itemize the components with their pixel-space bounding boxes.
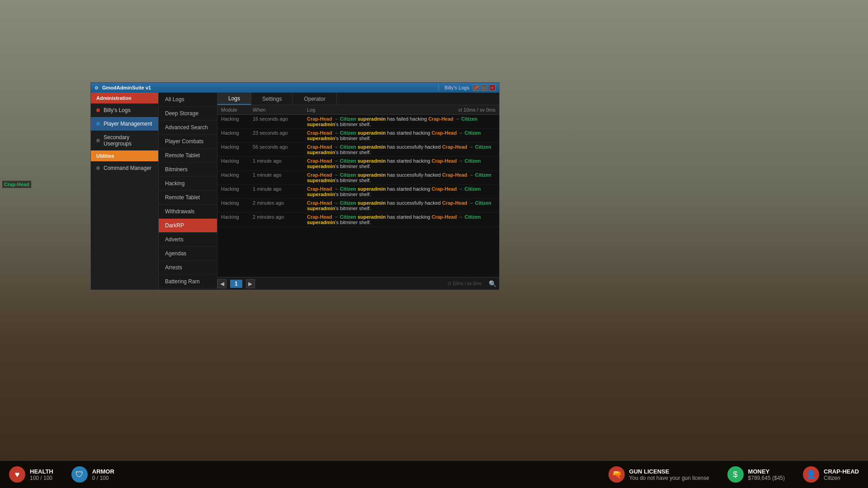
log-module: Hacking (221, 172, 253, 183)
log-when: 23 seconds ago (253, 130, 307, 141)
sidebar-dot-player-management (96, 122, 100, 126)
hud-health: ♥ HEALTH 100 / 100 (9, 466, 53, 483)
log-text: Crap-Head → Citizen superadmin has start… (307, 158, 495, 169)
window-controls: 📌 □ × (473, 84, 495, 91)
log-when: 2 minutes ago (253, 200, 307, 211)
table-row: Hacking 23 seconds ago Crap-Head → Citiz… (217, 129, 499, 143)
window-app-icon: ⚙ (94, 85, 99, 90)
log-cat-deep-storage[interactable]: Deep Storage (159, 107, 217, 121)
sidebar-dot-secondary-usergroups (96, 139, 100, 142)
log-cat-agendas[interactable]: Agendas (159, 247, 217, 261)
log-timer: cl 10ms / sv 0ms (448, 281, 481, 286)
col-log: Log (307, 107, 441, 113)
log-categories-panel: All Logs Deep Storage Advanced Search Pl… (159, 93, 217, 290)
player-role: Citizen (824, 475, 859, 481)
log-cat-bitminers[interactable]: Bitminers (159, 163, 217, 177)
gun-license-icon: 🔫 (609, 466, 625, 483)
health-value: 100 / 100 (30, 475, 53, 481)
log-cat-withdrawals[interactable]: Withdrawals (159, 205, 217, 219)
logs-panel: Logs Settings Operator Module When Log c… (217, 93, 499, 290)
hud-money: $ MONEY $789,645 ($45) (727, 466, 785, 483)
sidebar-label-secondary-usergroups: Secondary Usergroups (104, 134, 153, 147)
logs-tabs: Logs Settings Operator (217, 93, 499, 105)
log-when: 1 minute ago (253, 158, 307, 169)
log-cat-advanced-search[interactable]: Advanced Search (159, 121, 217, 135)
log-module: Hacking (221, 200, 253, 211)
sidebar-label-command-manager: Command Manager (104, 165, 151, 171)
sidebar-label-billys-logs: Billy's Logs (104, 107, 131, 113)
log-cat-player-combats[interactable]: Player Combats (159, 135, 217, 149)
log-cat-adverts[interactable]: Adverts (159, 233, 217, 247)
armor-value: 0 / 100 (92, 475, 114, 481)
player-label: CRAP-HEAD (824, 468, 859, 475)
col-module: Module (221, 107, 253, 113)
log-cat-darkrp[interactable]: DarkRP (159, 219, 217, 233)
health-label: HEALTH (30, 468, 53, 475)
sidebar-section-utilities: Utilities (91, 150, 158, 161)
admin-window: ⚙ GmodAdminSuite v1 Billy's Logs 📌 □ × A… (90, 82, 500, 290)
sidebar-item-command-manager[interactable]: Command Manager (91, 161, 158, 175)
log-cat-remote-tablet2[interactable]: Remote Tablet (159, 191, 217, 205)
sidebar-item-player-management[interactable]: Player Management (91, 117, 158, 131)
sidebar-section-administration: Administration (91, 93, 158, 103)
hud-player: 👤 CRAP-HEAD Citizen (803, 466, 859, 483)
log-text: Crap-Head → Citizen superadmin has start… (307, 130, 495, 141)
window-page-title: Billy's Logs (444, 85, 469, 90)
money-value: $789,645 ($45) (748, 475, 785, 481)
health-icon: ♥ (9, 466, 25, 483)
window-body: Administration Billy's Logs Player Manag… (91, 93, 499, 290)
log-cat-all-logs[interactable]: All Logs (159, 93, 217, 107)
sidebar-item-billys-logs[interactable]: Billy's Logs (91, 103, 158, 117)
log-cat-hacking[interactable]: Hacking (159, 177, 217, 191)
armor-icon: 🛡 (71, 466, 88, 483)
sidebar-dot-billys-logs (96, 108, 100, 112)
sidebar-label-player-management: Player Management (104, 121, 152, 127)
log-cat-arrests[interactable]: Arrests (159, 261, 217, 275)
log-module: Hacking (221, 186, 253, 197)
log-text: Crap-Head → Citizen superadmin has faile… (307, 116, 495, 127)
log-module: Hacking (221, 158, 253, 169)
tab-logs[interactable]: Logs (217, 93, 251, 105)
hud-bar: ♥ HEALTH 100 / 100 🛡 ARMOR 0 / 100 🔫 GUN… (0, 461, 868, 488)
game-player-label: Crap-Head (2, 181, 31, 188)
player-icon: 👤 (803, 466, 819, 483)
log-when: 1 minute ago (253, 186, 307, 197)
table-row: Hacking 1 minute ago Crap-Head → Citizen… (217, 157, 499, 171)
log-when: 16 seconds ago (253, 116, 307, 127)
log-module: Hacking (221, 214, 253, 225)
log-module: Hacking (221, 116, 253, 127)
table-row: Hacking 2 minutes ago Crap-Head → Citize… (217, 213, 499, 227)
log-text: Crap-Head → Citizen superadmin has succe… (307, 172, 495, 183)
table-row: Hacking 16 seconds ago Crap-Head → Citiz… (217, 115, 499, 129)
tab-settings[interactable]: Settings (251, 93, 293, 105)
log-cat-remote-tablet[interactable]: Remote Tablet (159, 149, 217, 163)
current-page: 1 (230, 280, 242, 288)
sidebar-dot-command-manager (96, 166, 100, 170)
close-button[interactable]: × (489, 84, 495, 91)
hud-gun-license: 🔫 GUN LICENSE You do not have your gun l… (609, 466, 709, 483)
log-when: 1 minute ago (253, 172, 307, 183)
maximize-button[interactable]: □ (481, 84, 487, 91)
window-app-title: GmodAdminSuite v1 (102, 85, 433, 90)
log-module: Hacking (221, 144, 253, 155)
money-icon: $ (727, 466, 744, 483)
sidebar-item-secondary-usergroups[interactable]: Secondary Usergroups (91, 131, 158, 150)
gun-license-label: GUN LICENSE (629, 468, 709, 475)
log-table-header: Module When Log cl 10ms / sv 0ms (217, 105, 499, 115)
log-text: Crap-Head → Citizen superadmin has succe… (307, 144, 495, 155)
search-magnify-icon[interactable]: 🔍 (489, 280, 496, 287)
log-cat-cheques[interactable]: Cheques (159, 289, 217, 290)
col-when: When (253, 107, 307, 113)
prev-page-button[interactable]: ◀ (217, 279, 226, 288)
col-timer: cl 10ms / sv 0ms (441, 107, 495, 113)
tab-operator[interactable]: Operator (293, 93, 336, 105)
window-titlebar: ⚙ GmodAdminSuite v1 Billy's Logs 📌 □ × (91, 83, 499, 93)
table-row: Hacking 1 minute ago Crap-Head → Citizen… (217, 171, 499, 185)
gun-license-note: You do not have your gun license (629, 475, 709, 481)
armor-label: ARMOR (92, 468, 114, 475)
next-page-button[interactable]: ▶ (246, 279, 255, 288)
money-label: MONEY (748, 468, 785, 475)
log-cat-battering-ram[interactable]: Battering Ram (159, 275, 217, 289)
pin-button[interactable]: 📌 (473, 84, 479, 91)
left-sidebar: Administration Billy's Logs Player Manag… (91, 93, 159, 290)
